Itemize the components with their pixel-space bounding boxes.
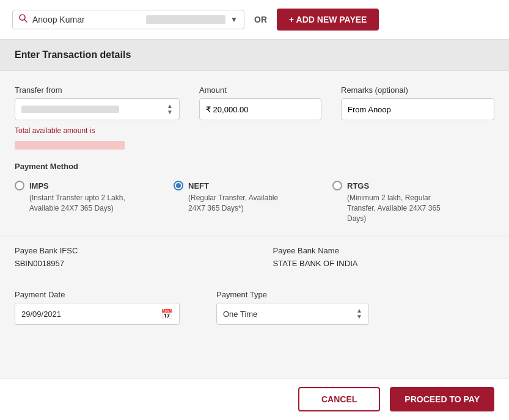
ifsc-label: Payee Bank IFSC [15,246,236,255]
amount-input[interactable] [199,98,321,120]
payment-type-group: Payment Type One Time ▲ ▼ [216,290,369,325]
search-icon [19,14,27,25]
rtgs-label: RTGS [347,181,369,190]
payment-method-section: Payment Method IMPS (Instant Transfer up… [0,162,509,236]
main-content: Enter Transaction details Transfer from … [0,40,509,378]
payment-date-group: Payment Date 29/09/2021 📅 [15,290,180,325]
bank-details-section: Payee Bank IFSC SBIN0018957 Payee Bank N… [0,236,509,290]
top-bar: Anoop Kumar ▼ OR + ADD NEW PAYEE [0,0,509,40]
amount-group: Amount [199,85,321,120]
transfer-from-label: Transfer from [15,85,180,95]
available-amount-label: Total available amount is [15,126,180,135]
payment-type-label: Payment Type [216,290,369,299]
search-value: Anoop Kumar [32,15,139,24]
calendar-icon[interactable]: 📅 [161,308,173,320]
rtgs-header[interactable]: RTGS [332,181,455,190]
section-title: Enter Transaction details [15,49,131,60]
payment-date-input-wrapper[interactable]: 29/09/2021 📅 [15,303,180,325]
add-new-payee-button[interactable]: + ADD NEW PAYEE [277,9,379,31]
search-box[interactable]: Anoop Kumar ▼ [12,10,244,29]
or-label: OR [254,15,267,24]
form-area: Transfer from ▲ ▼ Total available amount… [0,71,509,150]
payment-date-value: 29/09/2021 [21,310,156,319]
remarks-group: Remarks (optional) [341,85,494,120]
rtgs-description: (Minimum 2 lakh, Regular Transfer, Avail… [332,193,455,223]
remarks-label: Remarks (optional) [341,85,494,95]
imps-label: IMPS [29,181,49,190]
neft-radio[interactable] [174,181,183,190]
cancel-button[interactable]: CANCEL [298,387,380,411]
payment-date-type-row: Payment Date 29/09/2021 📅 Payment Type O… [0,290,509,337]
payment-option-imps[interactable]: IMPS (Instant Transfer upto 2 Lakh, Avai… [15,181,137,214]
payment-option-rtgs[interactable]: RTGS (Minimum 2 lakh, Regular Transfer, … [332,181,455,223]
transaction-form-row: Transfer from ▲ ▼ Total available amount… [15,85,494,150]
ifsc-group: Payee Bank IFSC SBIN0018957 [15,246,236,268]
amount-label: Amount [199,85,321,95]
payment-type-select[interactable]: One Time ▲ ▼ [216,303,369,325]
payment-option-neft[interactable]: NEFT (Regular Transfer, Available 24X7 3… [174,181,296,214]
ifsc-value: SBIN0018957 [15,259,236,268]
remarks-input[interactable] [341,98,494,120]
section-header: Enter Transaction details [0,40,509,71]
available-amount-value-bar [15,141,125,150]
neft-header[interactable]: NEFT [174,181,296,190]
neft-description: (Regular Transfer, Available 24X7 365 Da… [174,193,296,214]
bank-name-value: STATE BANK OF INDIA [273,259,495,268]
footer: CANCEL PROCEED TO PAY [0,378,509,420]
proceed-to-pay-button[interactable]: PROCEED TO PAY [390,387,494,411]
transfer-from-group: Transfer from ▲ ▼ Total available amount… [15,85,180,150]
transfer-from-placeholder [21,106,119,113]
payment-options: IMPS (Instant Transfer upto 2 Lakh, Avai… [15,181,494,223]
imps-radio[interactable] [15,181,24,190]
svg-line-1 [24,20,27,22]
payment-type-value: One Time [223,310,257,319]
bank-name-group: Payee Bank Name STATE BANK OF INDIA [273,246,495,268]
rtgs-radio[interactable] [332,181,342,190]
imps-header[interactable]: IMPS [15,181,137,190]
transfer-from-select[interactable]: ▲ ▼ [15,98,180,120]
bank-name-label: Payee Bank Name [273,246,495,255]
imps-description: (Instant Transfer upto 2 Lakh, Available… [15,193,137,214]
payment-type-arrows-icon[interactable]: ▲ ▼ [356,308,362,320]
search-placeholder-bar [146,15,225,24]
payment-date-label: Payment Date [15,290,180,299]
neft-label: NEFT [188,181,209,190]
chevron-down-icon[interactable]: ▼ [230,15,238,24]
payment-method-title: Payment Method [15,162,494,171]
select-arrows-icon[interactable]: ▲ ▼ [167,103,173,115]
bank-details-row: Payee Bank IFSC SBIN0018957 Payee Bank N… [15,246,494,268]
